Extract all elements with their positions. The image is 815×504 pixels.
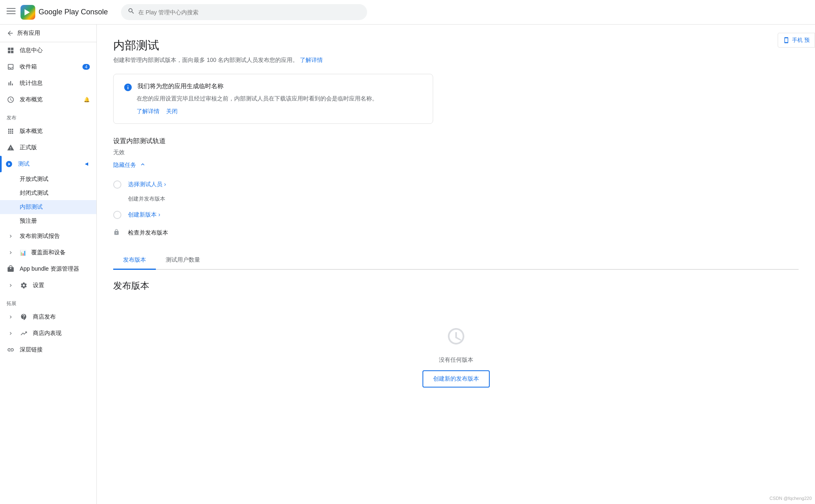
review-publish-label: 检查并发布版本	[128, 229, 168, 237]
inbox-icon	[7, 63, 15, 71]
sidebar-item-internal-testing[interactable]: 内部测试	[0, 200, 96, 214]
search-icon	[128, 7, 135, 17]
sidebar-version-overview-label: 版本概览	[20, 128, 43, 135]
svg-rect-0	[7, 8, 16, 9]
sidebar-top-section: 信息中心 收件箱 4 统计信息 发布概览 🔔	[0, 42, 96, 108]
releases-title: 发布版本	[113, 280, 799, 292]
sidebar-item-release-overview[interactable]: 发布概览 🔔	[0, 91, 96, 108]
sidebar-item-inbox[interactable]: 收件箱 4	[0, 59, 96, 75]
sidebar-expand-section: 拓展 商店发布 商店内表现	[0, 294, 96, 358]
closed-testing-label: 封闭式测试	[20, 189, 48, 197]
sidebar-item-settings[interactable]: 设置	[0, 277, 96, 294]
sidebar-item-production[interactable]: 正式版	[0, 139, 96, 156]
sidebar-back-button[interactable]: 所有应用	[0, 25, 96, 42]
info-close-link[interactable]: 关闭	[166, 108, 178, 115]
sidebar-item-open-testing[interactable]: 开放式测试	[0, 172, 96, 186]
phone-preview-label: 手机 预	[792, 36, 810, 44]
tasks-toggle-chevron-icon	[139, 161, 146, 169]
sidebar-item-store-publish[interactable]: 商店发布	[0, 309, 96, 325]
sidebar-deep-links-label: 深层链接	[20, 346, 43, 353]
open-testing-label: 开放式测试	[20, 176, 48, 183]
logo: Google Play Console	[21, 5, 108, 20]
pre-register-label: 预注册	[20, 217, 37, 225]
expand-testing-icon: ▼	[84, 161, 90, 167]
bar-chart-icon	[7, 79, 15, 87]
watermark: CSDN @fqcheng220	[769, 496, 812, 501]
sidebar-item-store-performance[interactable]: 商店内表现	[0, 325, 96, 342]
tab-release-versions[interactable]: 发布版本	[113, 251, 156, 270]
app-title: Google Play Console	[39, 8, 108, 16]
sidebar-section-publish: 发布	[0, 108, 96, 123]
warning-icon	[7, 144, 15, 152]
releases-section: 发布版本 没有任何版本 创建新的发布版本	[113, 280, 799, 412]
apps-icon	[7, 127, 15, 135]
sidebar-publish-section: 发布 版本概览 正式版 测试 ▼	[0, 108, 96, 294]
inbox-badge: 4	[82, 64, 90, 70]
setup-section-title: 设置内部测试轨道	[113, 137, 799, 146]
sidebar: 所有应用 信息中心 收件箱 4 统计信息	[0, 25, 97, 504]
internal-testing-label: 内部测试	[20, 203, 43, 211]
store-icon	[20, 313, 28, 321]
sidebar-pre-launch-label: 发布前测试报告	[20, 233, 60, 240]
sidebar-item-pre-launch[interactable]: 发布前测试报告	[0, 228, 96, 244]
link-icon	[7, 346, 15, 354]
tabs-bar: 发布版本 测试用户数量	[113, 251, 799, 270]
page-title: 内部测试	[113, 38, 799, 53]
play-circle-icon	[5, 160, 13, 168]
sidebar-coverage-icon: 📊	[20, 250, 26, 256]
info-banner-body: 在您的应用设置完毕且经过审核之前，内部测试人员在下载该应用时看到的会是临时应用名…	[137, 94, 423, 103]
bundle-icon	[7, 265, 15, 273]
main-content: 内部测试 创建和管理内部测试版本，面向最多 100 名内部测试人员发布您的应用。…	[97, 25, 815, 504]
task-circle-2	[113, 211, 121, 219]
sidebar-stats-label: 统计信息	[20, 80, 43, 87]
task-circle-1	[113, 180, 121, 189]
search-input[interactable]	[138, 9, 361, 16]
tasks-toggle[interactable]: 隐藏任务	[113, 161, 799, 169]
sidebar-item-testing[interactable]: 测试 ▼	[0, 156, 96, 172]
expand-store-icon	[7, 313, 15, 321]
svg-rect-2	[7, 14, 16, 14]
sidebar-item-pre-register[interactable]: 预注册	[0, 214, 96, 228]
search-bar[interactable]	[121, 4, 367, 20]
sidebar-store-performance-label: 商店内表现	[33, 330, 62, 337]
sidebar-item-dashboard[interactable]: 信息中心	[0, 42, 96, 59]
setup-section: 设置内部测试轨道 无效 隐藏任务 选择测试人员 › 创建并发布版本	[113, 137, 799, 242]
svg-rect-1	[7, 11, 16, 11]
active-indicator	[0, 156, 2, 172]
info-learn-more-link[interactable]: 了解详情	[137, 108, 160, 115]
sidebar-item-version-overview[interactable]: 版本概览	[0, 123, 96, 139]
settings-icon	[20, 281, 28, 290]
sidebar-release-overview-label: 发布概览	[20, 96, 43, 103]
sidebar-dashboard-label: 信息中心	[20, 47, 43, 54]
trending-up-icon	[20, 329, 28, 338]
empty-state: 没有任何版本 创建新的发布版本	[113, 302, 799, 412]
tab-test-users[interactable]: 测试用户数量	[156, 251, 210, 270]
info-banner-actions: 了解详情 关闭	[137, 108, 423, 115]
task-review-publish: 检查并发布版本	[113, 224, 799, 242]
sidebar-item-closed-testing[interactable]: 封闭式测试	[0, 186, 96, 200]
empty-releases-text: 没有任何版本	[439, 356, 473, 364]
tasks-toggle-label: 隐藏任务	[113, 162, 136, 169]
phone-preview-button[interactable]: 手机 预	[778, 33, 815, 48]
sidebar-settings-label: 设置	[33, 282, 44, 289]
select-testers-link[interactable]: 选择测试人员 ›	[128, 181, 166, 188]
task-group-label: 创建并发布版本	[128, 195, 799, 203]
menu-icon[interactable]	[7, 7, 16, 18]
expand-coverage-icon	[7, 249, 15, 257]
sidebar-inbox-label: 收件箱	[20, 63, 37, 71]
sidebar-item-deep-links[interactable]: 深层链接	[0, 342, 96, 358]
sidebar-item-app-bundle[interactable]: App bundle 资源管理器	[0, 261, 96, 277]
sidebar-section-expand: 拓展	[0, 294, 96, 309]
sidebar-production-label: 正式版	[20, 144, 37, 151]
sidebar-item-coverage[interactable]: 📊 覆盖面和设备	[0, 244, 96, 261]
task-create-version: 创建新版本 ›	[113, 206, 799, 224]
create-version-link[interactable]: 创建新版本 ›	[128, 211, 160, 219]
expand-performance-icon	[7, 329, 15, 338]
sidebar-item-stats[interactable]: 统计信息	[0, 75, 96, 91]
create-release-button[interactable]: 创建新的发布版本	[422, 370, 490, 388]
info-banner-title: 我们将为您的应用生成临时名称	[137, 82, 224, 90]
expand-pre-launch-icon	[7, 232, 15, 240]
setup-section-status: 无效	[113, 149, 799, 156]
lock-icon	[113, 229, 120, 237]
subtitle-learn-more-link[interactable]: 了解详情	[300, 57, 323, 63]
